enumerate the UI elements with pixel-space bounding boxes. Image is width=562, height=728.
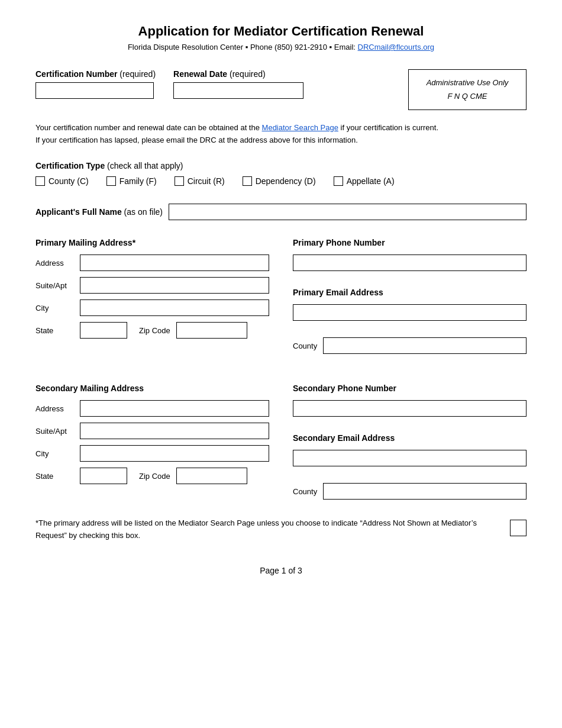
primary-address-input[interactable] <box>80 255 269 271</box>
primary-city-row: City <box>35 299 269 316</box>
primary-phone-row <box>293 255 527 271</box>
email-link[interactable]: DRCmail@flcourts.org <box>358 43 435 51</box>
checkbox-county: County (C) <box>35 176 89 186</box>
secondary-state-input[interactable] <box>80 468 127 484</box>
primary-email-row <box>293 304 527 321</box>
info-text: Your certification number and renewal da… <box>35 122 527 147</box>
subtitle: Florida Dispute Resolution Center ▪ Phon… <box>35 43 527 51</box>
primary-suite-input[interactable] <box>80 277 269 294</box>
primary-section: Primary Mailing Address* Address Suite/A… <box>35 238 527 360</box>
secondary-zip-input[interactable] <box>176 468 247 484</box>
checkboxes-row: County (C) Family (F) Circuit (R) Depend… <box>35 176 527 186</box>
secondary-phone-row <box>293 400 527 417</box>
primary-mailing-title: Primary Mailing Address* <box>35 238 269 247</box>
primary-state-zip-row: State Zip Code <box>35 322 269 339</box>
footnote-section: *The primary address will be listed on t… <box>35 517 527 542</box>
secondary-county-input[interactable] <box>323 483 527 500</box>
checkbox-circuit-input[interactable] <box>175 176 184 186</box>
secondary-address-input[interactable] <box>80 400 269 417</box>
secondary-email-row <box>293 450 527 466</box>
certification-number-group: Certification Number (required) <box>35 69 156 99</box>
page-title: Application for Mediator Certification R… <box>35 24 527 39</box>
secondary-suite-input[interactable] <box>80 423 269 439</box>
secondary-city-row: City <box>35 445 269 462</box>
secondary-zip-label: Zip Code <box>139 472 170 481</box>
secondary-address-label: Address <box>35 404 74 413</box>
primary-state-label: State <box>35 326 74 335</box>
address-not-shown-checkbox[interactable] <box>510 520 527 536</box>
secondary-state-label: State <box>35 472 74 481</box>
full-name-row: Applicant's Full Name (as on file) <box>35 204 527 220</box>
primary-suite-label: Suite/Apt <box>35 281 74 290</box>
checkbox-county-input[interactable] <box>35 176 45 186</box>
cert-fields: Certification Number (required) Renewal … <box>35 69 396 99</box>
checkbox-family: Family (F) <box>106 176 157 186</box>
primary-address-label: Address <box>35 259 74 268</box>
secondary-section: Secondary Mailing Address Address Suite/… <box>35 384 527 505</box>
secondary-suite-row: Suite/Apt <box>35 423 269 439</box>
cert-number-input[interactable] <box>35 82 154 99</box>
secondary-phone-title: Secondary Phone Number <box>293 384 527 393</box>
primary-email-input[interactable] <box>293 304 527 321</box>
top-section: Certification Number (required) Renewal … <box>35 69 527 110</box>
secondary-email-input[interactable] <box>293 450 527 466</box>
primary-zip-input[interactable] <box>176 322 247 339</box>
cert-type-heading: Certification Type (check all that apply… <box>35 161 527 170</box>
primary-address-row: Address <box>35 255 269 271</box>
primary-phone-title: Primary Phone Number <box>293 238 527 247</box>
secondary-address-row: Address <box>35 400 269 417</box>
mediator-search-link[interactable]: Mediator Search Page <box>262 123 338 132</box>
secondary-city-input[interactable] <box>80 445 269 462</box>
checkbox-circuit: Circuit (R) <box>175 176 225 186</box>
primary-contact-col: Primary Phone Number Primary Email Addre… <box>293 238 527 360</box>
primary-email-title: Primary Email Address <box>293 288 527 297</box>
renewal-date-input[interactable] <box>173 82 303 99</box>
page-indicator: Page 1 of 3 <box>35 566 527 575</box>
primary-county-input[interactable] <box>323 337 527 354</box>
checkbox-appellate: Appellate (A) <box>334 176 395 186</box>
primary-phone-input[interactable] <box>293 255 527 271</box>
renewal-date-group: Renewal Date (required) <box>173 69 303 99</box>
primary-state-input[interactable] <box>80 322 127 339</box>
checkbox-dependency-input[interactable] <box>243 176 252 186</box>
primary-mailing-col: Primary Mailing Address* Address Suite/A… <box>35 238 269 360</box>
primary-city-label: City <box>35 304 74 313</box>
admin-box: Administrative Use Only F N Q CME <box>408 69 527 110</box>
primary-county-row: County <box>293 337 527 354</box>
secondary-phone-input[interactable] <box>293 400 527 417</box>
checkbox-family-input[interactable] <box>106 176 116 186</box>
secondary-contact-col: Secondary Phone Number Secondary Email A… <box>293 384 527 505</box>
secondary-email-title: Secondary Email Address <box>293 433 527 443</box>
footnote-text: *The primary address will be listed on t… <box>35 517 498 542</box>
primary-zip-label: Zip Code <box>139 326 170 335</box>
primary-suite-row: Suite/Apt <box>35 277 269 294</box>
full-name-label: Applicant's Full Name (as on file) <box>35 207 163 217</box>
secondary-county-label: County <box>293 487 317 496</box>
secondary-suite-label: Suite/Apt <box>35 427 74 436</box>
cert-number-label: Certification Number (required) <box>35 69 156 79</box>
secondary-mailing-col: Secondary Mailing Address Address Suite/… <box>35 384 269 505</box>
checkbox-dependency: Dependency (D) <box>243 176 316 186</box>
primary-city-input[interactable] <box>80 299 269 316</box>
secondary-county-row: County <box>293 483 527 500</box>
secondary-state-zip-row: State Zip Code <box>35 468 269 484</box>
secondary-mailing-title: Secondary Mailing Address <box>35 384 269 393</box>
full-name-input[interactable] <box>169 204 527 220</box>
cert-type-section: Certification Type (check all that apply… <box>35 161 527 186</box>
renewal-date-label: Renewal Date (required) <box>173 69 303 79</box>
primary-county-label: County <box>293 342 317 350</box>
checkbox-appellate-input[interactable] <box>334 176 343 186</box>
secondary-city-label: City <box>35 449 74 458</box>
